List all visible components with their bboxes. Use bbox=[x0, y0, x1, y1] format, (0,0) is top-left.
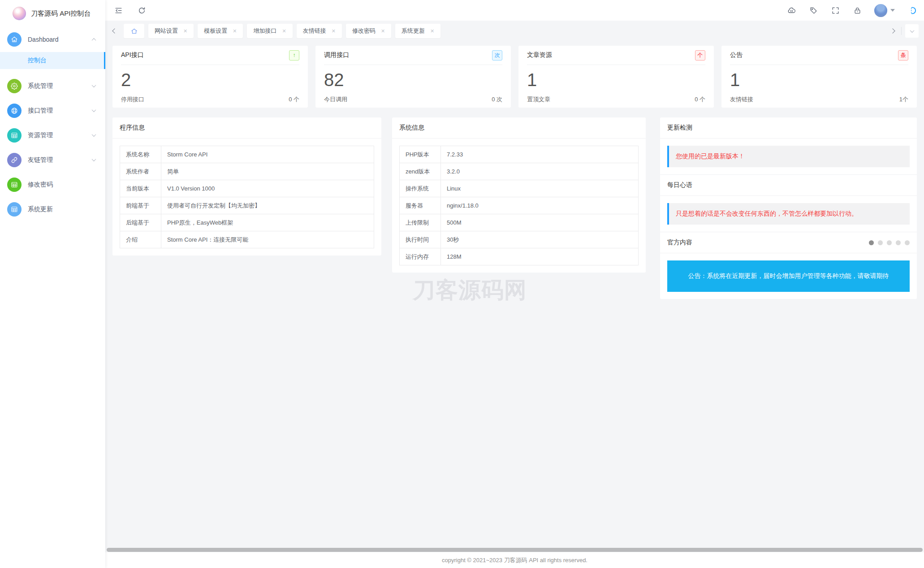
carousel-dot[interactable] bbox=[896, 240, 901, 245]
panels-row: 程序信息 系统名称Storm Core API系统作者简单当前版本V1.0 Ve… bbox=[112, 117, 917, 299]
info-value: nginx/1.18.0 bbox=[441, 197, 639, 214]
info-label: 操作系统 bbox=[400, 180, 441, 197]
info-row: 运行内存128M bbox=[400, 248, 639, 265]
sidebar-item-label: 系统管理 bbox=[28, 82, 92, 90]
dashboard-content: API接口↑2停用接口0 个调用接口次82今日调用0 次文章资源个1置顶文章0 … bbox=[105, 41, 924, 552]
stat-footer-label: 今日调用 bbox=[324, 95, 347, 104]
tab-item[interactable]: 修改密码✕ bbox=[346, 24, 391, 38]
tabs-back-icon[interactable] bbox=[110, 24, 120, 38]
info-value: V1.0 Version 1000 bbox=[161, 180, 374, 197]
sidebar-subitem[interactable]: 控制台 bbox=[0, 52, 105, 69]
tag-icon[interactable] bbox=[808, 5, 818, 15]
sidebar-item[interactable]: 系统更新 bbox=[0, 197, 105, 221]
topbar bbox=[105, 0, 924, 21]
system-info-title: 系统信息 bbox=[392, 117, 646, 139]
info-label: 当前版本 bbox=[120, 180, 161, 197]
close-tab-icon[interactable]: ✕ bbox=[332, 29, 336, 34]
grid-icon bbox=[7, 128, 22, 143]
cloud-code-icon[interactable] bbox=[786, 5, 796, 15]
tabs-menu-icon[interactable] bbox=[905, 24, 919, 38]
update-check-message: 您使用的已是最新版本！ bbox=[676, 152, 745, 160]
stat-title: 文章资源 bbox=[527, 51, 552, 59]
info-row: PHP版本7.2.33 bbox=[400, 146, 639, 163]
carousel-dot[interactable] bbox=[878, 240, 883, 245]
sidebar-item-label: 资源管理 bbox=[28, 131, 92, 139]
close-tab-icon[interactable]: ✕ bbox=[183, 29, 187, 34]
info-label: 系统名称 bbox=[120, 146, 161, 163]
sidebar-item[interactable]: 资源管理 bbox=[0, 123, 105, 147]
tab-item[interactable]: 友情链接✕ bbox=[297, 24, 342, 38]
tab-item[interactable]: 增加接口✕ bbox=[247, 24, 292, 38]
tab-item[interactable]: 模板设置✕ bbox=[198, 24, 243, 38]
tab-item[interactable]: 网站设置✕ bbox=[148, 24, 194, 38]
info-label: 运行内存 bbox=[400, 248, 441, 265]
stat-card: 文章资源个1置顶文章0 个 bbox=[518, 46, 714, 108]
globe-icon bbox=[7, 104, 22, 118]
carousel-dot[interactable] bbox=[869, 240, 874, 245]
carousel-dot[interactable] bbox=[887, 240, 892, 245]
info-label: 后端基于 bbox=[120, 214, 161, 231]
tab-home[interactable] bbox=[124, 24, 144, 38]
topbar-right bbox=[786, 4, 917, 17]
close-tab-icon[interactable]: ✕ bbox=[282, 29, 286, 34]
info-row: 当前版本V1.0 Version 1000 bbox=[120, 180, 374, 197]
program-info-table: 系统名称Storm Core API系统作者简单当前版本V1.0 Version… bbox=[120, 146, 374, 248]
daily-quote-message: 只是想着的话是不会改变任何东西的，不管怎么样都要加以行动。 bbox=[676, 210, 858, 218]
stat-badge: 条 bbox=[898, 50, 908, 61]
sidebar-item[interactable]: 系统管理 bbox=[0, 74, 105, 98]
info-row: 执行时间30秒 bbox=[400, 231, 639, 248]
stat-footer-label: 置顶文章 bbox=[527, 95, 550, 104]
divider bbox=[901, 27, 902, 35]
refresh-icon[interactable] bbox=[137, 5, 147, 15]
info-row: 后端基于PHP原生，EasyWeb框架 bbox=[120, 214, 374, 231]
stat-value: 82 bbox=[324, 71, 502, 89]
tabbar: 网站设置✕模板设置✕增加接口✕友情链接✕修改密码✕系统更新✕ bbox=[105, 21, 924, 41]
sidebar-menu: Dashboard控制台系统管理接口管理资源管理友链管理修改密码系统更新 bbox=[0, 27, 105, 221]
lock-icon[interactable] bbox=[852, 5, 862, 15]
stat-card: 调用接口次82今日调用0 次 bbox=[315, 46, 511, 108]
info-value: 简单 bbox=[161, 163, 374, 180]
theme-settings-icon[interactable] bbox=[907, 5, 917, 15]
info-value: Storm Core API bbox=[161, 146, 374, 163]
carousel-dot[interactable] bbox=[905, 240, 910, 245]
tabs-forward-icon[interactable] bbox=[888, 24, 898, 38]
caret-down-icon bbox=[890, 9, 895, 12]
sidebar-item-label: 接口管理 bbox=[28, 107, 92, 115]
stat-value: 1 bbox=[527, 71, 705, 89]
sidebar-item-label: 友链管理 bbox=[28, 156, 92, 164]
info-label: PHP版本 bbox=[400, 146, 441, 163]
official-content-section: 官方内容 公告：系统将在近期更新，届时会增加用户管理等各种功能，请敬请期待 bbox=[660, 232, 917, 299]
sidebar-item[interactable]: 修改密码 bbox=[0, 172, 105, 197]
user-menu[interactable] bbox=[874, 4, 895, 17]
info-row: 上传限制500M bbox=[400, 214, 639, 231]
avatar[interactable] bbox=[874, 4, 887, 17]
collapse-sidebar-icon[interactable] bbox=[113, 5, 123, 15]
program-info-panel: 程序信息 系统名称Storm Core API系统作者简单当前版本V1.0 Ve… bbox=[112, 117, 381, 256]
link-icon bbox=[7, 153, 22, 167]
home-icon bbox=[130, 27, 138, 35]
close-tab-icon[interactable]: ✕ bbox=[430, 29, 434, 34]
fullscreen-icon[interactable] bbox=[830, 5, 840, 15]
close-tab-icon[interactable]: ✕ bbox=[381, 29, 385, 34]
horizontal-scrollbar[interactable] bbox=[107, 548, 923, 552]
announcement-banner: 公告：系统将在近期更新，届时会增加用户管理等各种功能，请敬请期待 bbox=[667, 260, 910, 292]
sidebar-item[interactable]: 友链管理 bbox=[0, 147, 105, 172]
tab-label: 修改密码 bbox=[352, 27, 376, 35]
info-row: 服务器nginx/1.18.0 bbox=[400, 197, 639, 214]
sidebar-item[interactable]: 接口管理 bbox=[0, 98, 105, 123]
stat-footer-label: 友情链接 bbox=[730, 95, 753, 104]
info-value: Storm Core API：连接无限可能 bbox=[161, 231, 374, 248]
daily-quote-section: 每日心语 只是想着的话是不会改变任何东西的，不管怎么样都要加以行动。 bbox=[660, 175, 917, 232]
stat-badge: ↑ bbox=[289, 50, 299, 61]
main-column: 网站设置✕模板设置✕增加接口✕友情链接✕修改密码✕系统更新✕ API接口↑2停用… bbox=[105, 0, 924, 568]
close-tab-icon[interactable]: ✕ bbox=[233, 29, 237, 34]
stat-footer-value: 0 个 bbox=[695, 95, 705, 104]
stat-badge: 个 bbox=[695, 50, 705, 61]
chevron-down-icon bbox=[92, 132, 96, 137]
stat-badge: 次 bbox=[492, 50, 502, 61]
daily-quote-alert: 只是想着的话是不会改变任何东西的，不管怎么样都要加以行动。 bbox=[667, 203, 910, 225]
info-row: 介绍Storm Core API：连接无限可能 bbox=[120, 231, 374, 248]
tab-label: 网站设置 bbox=[155, 27, 178, 35]
sidebar-item[interactable]: Dashboard bbox=[0, 27, 105, 52]
tab-item[interactable]: 系统更新✕ bbox=[395, 24, 440, 38]
